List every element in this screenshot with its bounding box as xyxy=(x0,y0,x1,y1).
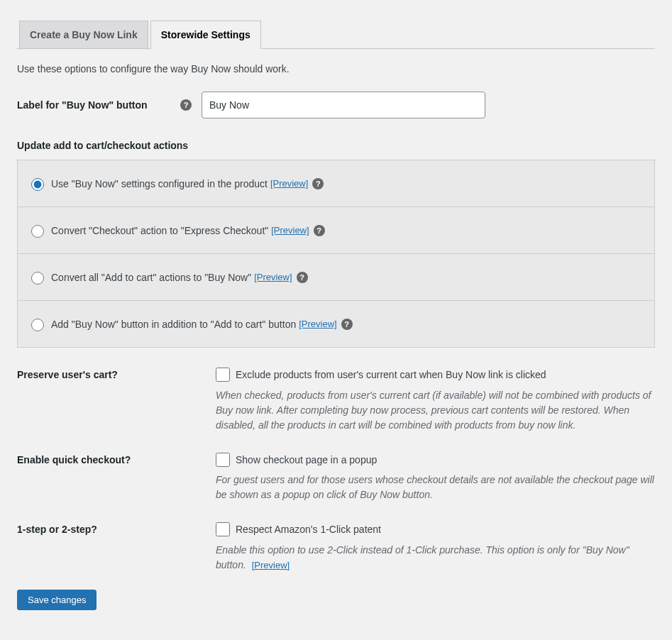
radio-option-use-product-settings[interactable]: Use "Buy Now" settings configured in the… xyxy=(18,160,654,207)
save-changes-button[interactable]: Save changes xyxy=(17,590,97,610)
radio-express-checkout[interactable] xyxy=(31,225,44,238)
preview-link[interactable]: [Preview] xyxy=(270,178,308,189)
radio-label: Use "Buy Now" settings configured in the… xyxy=(51,178,268,189)
radio-label: Convert "Checkout" action to "Express Ch… xyxy=(51,225,268,236)
radio-label: Add "Buy Now" button in addition to "Add… xyxy=(51,319,296,330)
preserve-cart-label: Preserve user's cart? xyxy=(17,368,216,380)
radio-label: Convert all "Add to cart" actions to "Bu… xyxy=(51,272,251,283)
tab-create-buy-now-link[interactable]: Create a Buy Now Link xyxy=(19,21,148,48)
quick-checkout-checkbox[interactable] xyxy=(216,453,230,467)
help-icon[interactable] xyxy=(314,225,325,236)
one-step-checkbox[interactable] xyxy=(216,522,230,536)
preview-link[interactable]: [Preview] xyxy=(252,560,290,570)
radio-option-convert-add-to-cart[interactable]: Convert all "Add to cart" actions to "Bu… xyxy=(18,254,654,301)
label-buy-now-button: Label for "Buy Now" button xyxy=(17,99,148,111)
help-icon[interactable] xyxy=(297,272,308,283)
help-icon[interactable] xyxy=(341,319,353,330)
tab-storewide-settings[interactable]: Storewide Settings xyxy=(150,21,261,49)
radio-option-express-checkout[interactable]: Convert "Checkout" action to "Express Ch… xyxy=(18,207,654,254)
preserve-cart-checkbox-label: Exclude products from user's current car… xyxy=(236,368,546,382)
preview-link[interactable]: [Preview] xyxy=(299,319,336,329)
radio-convert-add-to-cart[interactable] xyxy=(31,272,44,285)
preserve-cart-description: When checked, products from user's curre… xyxy=(216,388,655,433)
radio-use-product-settings[interactable] xyxy=(31,178,44,191)
preview-link[interactable]: [Preview] xyxy=(271,225,309,236)
preview-link[interactable]: [Preview] xyxy=(254,272,292,282)
nav-tabs: Create a Buy Now Link Storewide Settings xyxy=(17,17,655,49)
buy-now-label-input[interactable] xyxy=(202,92,485,118)
preserve-cart-checkbox[interactable] xyxy=(216,368,230,382)
one-step-label: 1-step or 2-step? xyxy=(17,522,216,535)
quick-checkout-description: For guest users and for those users whos… xyxy=(216,473,655,502)
update-actions-panel: Use "Buy Now" settings configured in the… xyxy=(17,160,655,348)
help-icon[interactable] xyxy=(180,99,192,111)
help-icon[interactable] xyxy=(312,178,324,189)
update-actions-heading: Update add to cart/checkout actions xyxy=(17,140,655,151)
one-step-description: Enable this option to use 2-Click instea… xyxy=(216,543,655,573)
radio-option-add-buy-now-button[interactable]: Add "Buy Now" button in addition to "Add… xyxy=(18,301,654,347)
quick-checkout-checkbox-label: Show checkout page in a popup xyxy=(236,453,377,468)
one-step-checkbox-label: Respect Amazon's 1-Click patent xyxy=(236,522,381,537)
radio-add-buy-now-button[interactable] xyxy=(31,319,44,331)
quick-checkout-label: Enable quick checkout? xyxy=(17,453,216,465)
intro-text: Use these options to configure the way B… xyxy=(17,63,655,75)
